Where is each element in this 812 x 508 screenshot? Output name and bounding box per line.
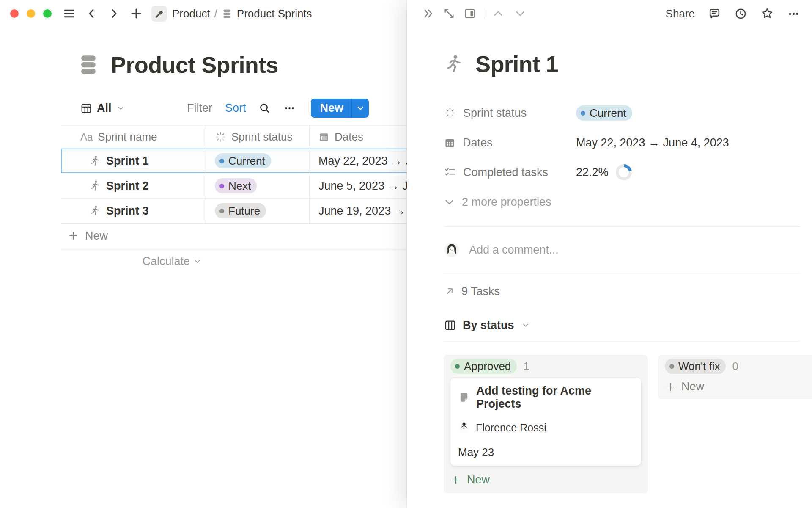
assignee-avatar xyxy=(458,422,470,434)
runner-icon xyxy=(89,155,101,167)
history-icon[interactable] xyxy=(734,7,747,20)
sidebar-menu-icon[interactable] xyxy=(63,7,76,20)
status-pill-current: Current xyxy=(215,153,271,168)
cell-sprint-name[interactable]: Sprint 1 xyxy=(61,149,206,173)
filter-button[interactable]: Filter xyxy=(187,102,212,115)
cell-sprint-status[interactable]: Current xyxy=(206,149,310,173)
group-header-wont-fix[interactable]: Won't fix 0 xyxy=(665,358,805,374)
close-peek-icon[interactable] xyxy=(422,7,435,20)
traffic-minimize-button[interactable] xyxy=(27,9,35,18)
calculate-button[interactable]: Calculate xyxy=(61,248,206,274)
cell-sprint-status[interactable]: Future xyxy=(206,199,310,223)
task-card-title: Add testing for Acme Projects xyxy=(476,384,634,411)
more-properties-button[interactable]: 2 more properties xyxy=(444,187,801,217)
property-label-sprint-status[interactable]: Sprint status xyxy=(444,107,576,120)
task-card-title-row: Add testing for Acme Projects xyxy=(458,384,634,411)
new-button-label[interactable]: New xyxy=(311,99,351,118)
peek-topbar: Share xyxy=(407,0,812,27)
chevron-down-icon xyxy=(117,105,124,112)
column-header-sprint-name[interactable]: Aa Sprint name xyxy=(61,126,206,148)
board-new-task-button-wont-fix[interactable]: New xyxy=(665,380,805,393)
property-label-completed-tasks[interactable]: Completed tasks xyxy=(444,166,576,179)
new-button[interactable]: New xyxy=(311,99,369,118)
task-card[interactable]: Add testing for Acme Projects Florence R… xyxy=(450,378,641,466)
more-properties-label: 2 more properties xyxy=(462,196,551,209)
board-view-selector[interactable]: By status xyxy=(444,315,529,335)
property-value-dates[interactable]: May 22, 2023 → June 4, 2023 xyxy=(576,136,729,149)
group-dot xyxy=(669,364,674,369)
teamspace-hammer-icon[interactable] xyxy=(151,6,167,22)
chevron-down-icon xyxy=(194,258,201,265)
search-icon[interactable] xyxy=(258,102,271,114)
property-sprint-status: Sprint status Current xyxy=(444,98,801,128)
runner-icon xyxy=(89,180,101,192)
forward-icon[interactable] xyxy=(107,7,120,20)
sort-button[interactable]: Sort xyxy=(225,102,246,115)
peek-actions: Share xyxy=(666,7,800,20)
status-dot xyxy=(581,111,585,116)
back-icon[interactable] xyxy=(85,7,98,20)
board-new-task-button-approved[interactable]: New xyxy=(450,473,641,486)
sprint-name-link[interactable]: Sprint 2 xyxy=(106,179,149,193)
divider xyxy=(444,341,800,342)
checklist-icon xyxy=(444,166,456,178)
status-spinner-icon xyxy=(215,131,226,143)
related-tasks-label: 9 Tasks xyxy=(461,285,500,298)
window-topbar: Product / Product Sprints xyxy=(0,0,312,27)
group-label: Approved xyxy=(464,360,511,373)
cell-sprint-name[interactable]: Sprint 2 xyxy=(61,174,206,198)
property-value-completed-tasks[interactable]: 22.2% xyxy=(576,164,632,180)
group-header-approved[interactable]: Approved 1 xyxy=(450,358,641,374)
page-database-icon[interactable] xyxy=(79,53,98,76)
group-label: Won't fix xyxy=(678,360,720,373)
board-new-label: New xyxy=(681,380,704,393)
property-completed-tasks: Completed tasks 22.2% xyxy=(444,157,801,187)
comments-icon[interactable] xyxy=(708,7,721,20)
status-pill-future: Future xyxy=(215,203,266,218)
group-count: 0 xyxy=(732,360,738,373)
calculate-label: Calculate xyxy=(142,255,190,268)
traffic-close-button[interactable] xyxy=(10,9,19,18)
expand-page-icon[interactable] xyxy=(443,7,455,20)
tasks-board: Approved 1 Add testing for Acme Projects xyxy=(444,355,812,499)
view-tab-all[interactable]: All xyxy=(80,102,124,115)
page-title[interactable]: Product Sprints xyxy=(111,52,278,78)
favorite-star-icon[interactable] xyxy=(760,7,774,20)
add-comment-input[interactable]: Add a comment... xyxy=(444,240,559,260)
cell-sprint-name[interactable]: Sprint 3 xyxy=(61,199,206,223)
share-button[interactable]: Share xyxy=(666,7,695,20)
related-tasks-link[interactable]: 9 Tasks xyxy=(444,281,500,301)
runner-icon[interactable] xyxy=(443,54,464,74)
status-pill-label: Current xyxy=(590,107,626,120)
task-card-date: May 23 xyxy=(458,446,634,459)
side-peek-icon[interactable] xyxy=(464,7,476,20)
add-comment-placeholder: Add a comment... xyxy=(469,243,559,257)
peek-title[interactable]: Sprint 1 xyxy=(475,51,558,77)
column-label: Sprint name xyxy=(98,130,157,144)
sprint-name-link[interactable]: Sprint 3 xyxy=(106,204,149,218)
new-button-chevron-icon[interactable] xyxy=(352,99,369,118)
breadcrumb-page[interactable]: Product Sprints xyxy=(237,7,312,20)
column-label: Dates xyxy=(335,130,363,144)
sprint-name-link[interactable]: Sprint 1 xyxy=(106,155,149,168)
next-record-icon[interactable] xyxy=(514,7,527,20)
more-icon[interactable] xyxy=(787,7,800,20)
traffic-zoom-button[interactable] xyxy=(43,9,52,18)
runner-icon xyxy=(89,205,101,217)
previous-record-icon[interactable] xyxy=(492,7,505,20)
property-label-text: Completed tasks xyxy=(463,166,548,179)
user-avatar xyxy=(444,242,459,257)
status-spinner-icon xyxy=(444,107,456,119)
group-dot xyxy=(455,364,460,369)
property-label-dates[interactable]: Dates xyxy=(444,136,576,149)
cell-sprint-status[interactable]: Next xyxy=(206,174,310,198)
task-card-assignee: Florence Rossi xyxy=(458,422,634,434)
breadcrumb-separator: / xyxy=(214,7,217,20)
more-options-icon[interactable] xyxy=(283,102,296,114)
property-value-sprint-status[interactable]: Current xyxy=(576,105,632,121)
breadcrumb-team[interactable]: Product xyxy=(172,7,210,20)
sprint-peek-panel: Share Sprint 1 xyxy=(407,0,812,508)
column-header-sprint-status[interactable]: Sprint status xyxy=(206,126,310,148)
board-new-label: New xyxy=(467,473,490,486)
new-page-icon[interactable] xyxy=(129,7,143,20)
